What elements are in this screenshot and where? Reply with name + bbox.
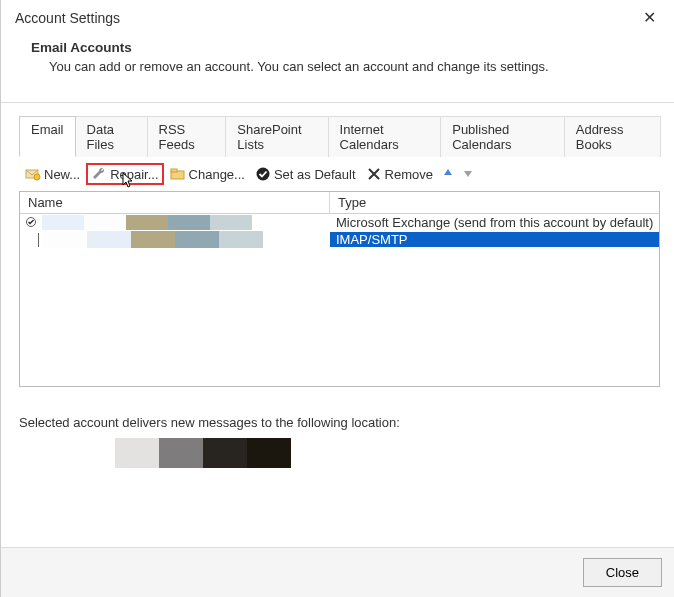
change-button[interactable]: Change... bbox=[166, 164, 249, 184]
account-row[interactable]: IMAP/SMTP bbox=[20, 231, 659, 248]
tab-sharepoint[interactable]: SharePoint Lists bbox=[225, 116, 328, 157]
svg-point-1 bbox=[34, 174, 40, 180]
close-button[interactable]: Close bbox=[583, 558, 662, 587]
column-name[interactable]: Name bbox=[20, 192, 330, 213]
account-name-redacted bbox=[43, 231, 263, 248]
wrench-icon bbox=[91, 166, 107, 182]
toolbar: New... Repair... Change... Set as Defaul… bbox=[19, 157, 660, 191]
account-row[interactable]: Microsoft Exchange (send from this accou… bbox=[20, 214, 659, 231]
close-icon[interactable]: ✕ bbox=[637, 8, 662, 28]
set-default-button[interactable]: Set as Default bbox=[251, 164, 360, 184]
delivery-location-redacted bbox=[115, 438, 660, 468]
remove-button[interactable]: Remove bbox=[362, 164, 437, 184]
tab-intcal[interactable]: Internet Calendars bbox=[328, 116, 442, 157]
folder-icon bbox=[170, 166, 186, 182]
cursor-caret bbox=[38, 233, 39, 247]
tab-pubcal[interactable]: Published Calendars bbox=[440, 116, 565, 157]
x-icon bbox=[366, 166, 382, 182]
account-type: Microsoft Exchange (send from this accou… bbox=[330, 215, 659, 230]
svg-point-4 bbox=[256, 168, 269, 181]
new-label: New... bbox=[44, 167, 80, 182]
header: Email Accounts You can add or remove an … bbox=[1, 32, 674, 102]
dialog-buttons: Close bbox=[1, 547, 674, 597]
default-check-icon bbox=[26, 217, 36, 229]
column-type[interactable]: Type bbox=[330, 192, 659, 213]
tab-datafiles[interactable]: Data Files bbox=[75, 116, 148, 157]
remove-label: Remove bbox=[385, 167, 433, 182]
tab-addr[interactable]: Address Books bbox=[564, 116, 661, 157]
account-list: Name Type Microsoft Exchange (send from … bbox=[19, 191, 660, 387]
tab-strip: EmailData FilesRSS FeedsSharePoint Lists… bbox=[19, 115, 660, 157]
envelope-icon bbox=[25, 166, 41, 182]
repair-label: Repair... bbox=[110, 167, 158, 182]
set-default-label: Set as Default bbox=[274, 167, 356, 182]
check-circle-icon bbox=[255, 166, 271, 182]
svg-rect-3 bbox=[171, 169, 177, 172]
tab-email[interactable]: Email bbox=[19, 116, 76, 157]
change-label: Change... bbox=[189, 167, 245, 182]
header-title: Email Accounts bbox=[31, 40, 650, 55]
list-header: Name Type bbox=[20, 192, 659, 214]
header-description: You can add or remove an account. You ca… bbox=[31, 59, 650, 74]
account-type: IMAP/SMTP bbox=[330, 232, 659, 247]
delivery-location-label: Selected account delivers new messages t… bbox=[19, 387, 660, 438]
tab-rss[interactable]: RSS Feeds bbox=[147, 116, 227, 157]
new-button[interactable]: New... bbox=[21, 164, 84, 184]
window-title: Account Settings bbox=[15, 10, 120, 26]
move-down-button[interactable] bbox=[459, 167, 477, 182]
move-up-button[interactable] bbox=[439, 167, 457, 182]
account-name-redacted bbox=[42, 215, 252, 230]
repair-button[interactable]: Repair... bbox=[86, 163, 163, 185]
